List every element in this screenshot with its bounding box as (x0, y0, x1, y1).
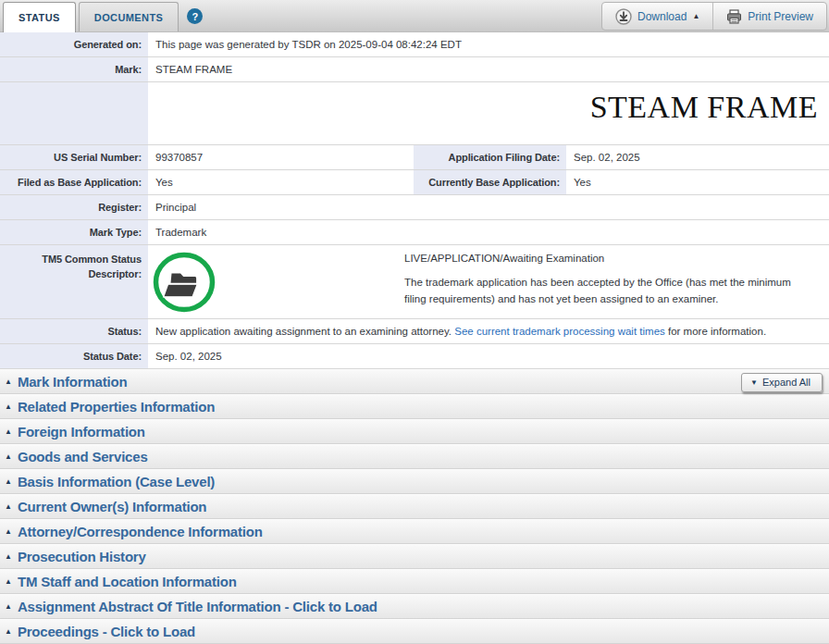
download-button[interactable]: Download ▲ (602, 3, 712, 30)
accordion-section-header[interactable]: ▲ Goods and Services (0, 444, 829, 469)
collapse-arrow-icon: ▲ (5, 402, 12, 411)
register-value: Principal (148, 195, 829, 219)
accordion-section-header[interactable]: ▲ Basis Information (Case Level) (0, 469, 829, 494)
tab-status[interactable]: STATUS (3, 2, 76, 32)
register-row: Register: Principal (0, 195, 829, 220)
accordion-section-title: Goods and Services (18, 449, 148, 464)
mark-row: Mark: STEAM FRAME (0, 57, 829, 82)
accordion-section-header[interactable]: ▲ Mark Information (0, 369, 829, 394)
processing-wait-times-link[interactable]: See current trademark processing wait ti… (454, 326, 665, 337)
collapse-arrow-icon: ▲ (5, 552, 12, 561)
generated-on-value: This page was generated by TSDR on 2025-… (148, 32, 829, 56)
accordion-section-header[interactable]: ▲ Attorney/Correspondence Information (0, 519, 829, 544)
filed-as-base-label: Filed as Base Application: (0, 170, 148, 194)
accordion-section-title: Proceedings - Click to Load (18, 624, 195, 639)
download-icon (615, 8, 632, 25)
us-serial-number-value: 99370857 (148, 145, 414, 169)
generated-on-label: Generated on: (0, 32, 148, 56)
application-filing-date-value: Sep. 02, 2025 (566, 145, 829, 169)
collapse-arrow-icon: ▲ (5, 378, 12, 386)
collapse-arrow-icon: ▲ (5, 527, 12, 536)
mark-type-row: Mark Type: Trademark (0, 220, 829, 245)
tab-bar: STATUS DOCUMENTS ? Download ▲ (0, 0, 829, 32)
tm5-descriptor: LIVE/APPLICATION/Awaiting Examination Th… (404, 245, 829, 318)
tm5-description: The trademark application has been accep… (404, 274, 812, 308)
status-text-before: New application awaiting assignment to a… (155, 326, 454, 337)
accordion-section-title: Related Properties Information (18, 399, 215, 415)
accordion-section-title: TM Staff and Location Information (18, 574, 237, 589)
mark-label: Mark: (0, 57, 148, 81)
collapse-arrow-icon: ▲ (5, 477, 12, 486)
tab-status-label: STATUS (19, 12, 60, 23)
tm5-label: TM5 Common Status Descriptor: (0, 245, 148, 318)
accordion-section-header[interactable]: ▲ Proceedings - Click to Load (0, 619, 829, 644)
accordion-section-title: Assignment Abstract Of Title Information… (18, 599, 377, 614)
currently-base-value: Yes (566, 170, 829, 194)
accordion-section-title: Foreign Information (18, 424, 145, 440)
toolbar: Download ▲ Print Preview (601, 2, 827, 31)
filed-as-base-value: Yes (148, 170, 414, 194)
base-application-row: Filed as Base Application: Yes Currently… (0, 170, 829, 195)
print-icon (726, 9, 742, 24)
mark-type-value: Trademark (148, 220, 829, 244)
mark-image: STEAM FRAME (148, 82, 829, 144)
status-date-value: Sep. 02, 2025 (148, 344, 829, 368)
accordion-list: ▼ Expand All ▲ Mark Information ▲ Relate… (0, 369, 829, 644)
mark-type-label: Mark Type: (0, 220, 148, 244)
generated-on-row: Generated on: This page was generated by… (0, 32, 829, 57)
download-label: Download (637, 10, 687, 23)
status-value: New application awaiting assignment to a… (148, 319, 829, 343)
application-filing-date-label: Application Filing Date: (414, 145, 566, 169)
accordion-section-title: Current Owner(s) Information (18, 499, 206, 514)
collapse-arrow-icon: ▲ (5, 602, 12, 611)
tsdr-status-page: STATUS DOCUMENTS ? Download ▲ (0, 0, 829, 644)
tm5-icon-cell (148, 245, 404, 318)
collapse-arrow-icon: ▲ (5, 577, 12, 586)
collapse-arrow-icon: ▲ (5, 427, 12, 436)
us-serial-number-label: US Serial Number: (0, 145, 148, 169)
print-preview-label: Print Preview (748, 10, 813, 23)
collapse-arrow-icon: ▲ (5, 627, 12, 636)
open-folder-green-circle-icon (153, 252, 216, 313)
tm5-status-line: LIVE/APPLICATION/Awaiting Examination (404, 253, 812, 264)
accordion-section-header[interactable]: ▲ Related Properties Information (0, 394, 829, 419)
register-label: Register: (0, 195, 148, 219)
accordion-section-header[interactable]: ▲ Assignment Abstract Of Title Informati… (0, 594, 829, 619)
accordion-section-title: Prosecution History (18, 549, 146, 564)
accordion-section-title: Basis Information (Case Level) (18, 474, 215, 489)
status-text-after: for more information. (665, 326, 766, 337)
print-preview-button[interactable]: Print Preview (713, 3, 826, 30)
help-icon[interactable]: ? (187, 8, 203, 24)
currently-base-label: Currently Base Application: (414, 170, 566, 194)
accordion-section-header[interactable]: ▲ TM Staff and Location Information (0, 569, 829, 594)
status-date-row: Status Date: Sep. 02, 2025 (0, 344, 829, 369)
status-row: Status: New application awaiting assignm… (0, 319, 829, 344)
accordion-section-header[interactable]: ▲ Current Owner(s) Information (0, 494, 829, 519)
accordion-section-header[interactable]: ▲ Foreign Information (0, 419, 829, 444)
caret-up-icon: ▲ (692, 12, 699, 20)
tab-documents-label: DOCUMENTS (94, 12, 164, 23)
expand-all-label: Expand All (762, 377, 810, 388)
tm5-status-row: TM5 Common Status Descriptor: LIVE/APPLI… (0, 245, 829, 319)
caret-down-icon: ▼ (750, 378, 758, 387)
mark-value: STEAM FRAME (148, 57, 829, 81)
expand-all-button[interactable]: ▼ Expand All (741, 373, 823, 392)
accordion-section-title: Mark Information (18, 374, 127, 390)
accordion-section-header[interactable]: ▲ Prosecution History (0, 544, 829, 569)
mark-image-row: STEAM FRAME (0, 82, 829, 145)
collapse-arrow-icon: ▲ (5, 502, 12, 511)
serial-filing-row: US Serial Number: 99370857 Application F… (0, 145, 829, 170)
collapse-arrow-icon: ▲ (5, 452, 12, 461)
tab-documents[interactable]: DOCUMENTS (79, 2, 179, 31)
status-date-label: Status Date: (0, 344, 148, 368)
status-label: Status: (0, 319, 148, 343)
mark-image-label-spacer (0, 82, 148, 144)
accordion-section-title: Attorney/Correspondence Information (18, 524, 263, 539)
